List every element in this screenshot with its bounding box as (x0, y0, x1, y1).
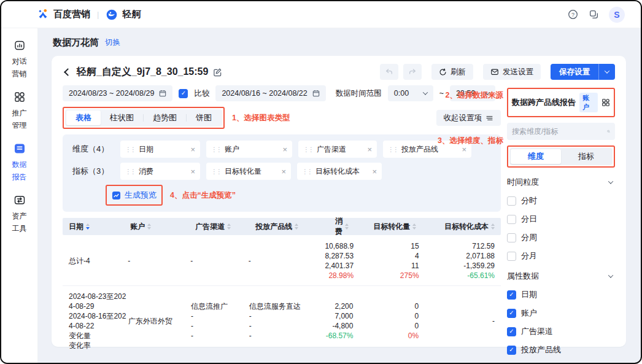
metric-chip[interactable]: ⋮⋮目标转化成本× (297, 163, 382, 180)
table-row-total[interactable]: 总计-4 - - - 10,688.9 8,287.53 2,401.37 28… (63, 235, 501, 286)
option-date[interactable]: ✓日期 (507, 289, 615, 300)
drag-handle-icon[interactable]: ⋮⋮ (388, 146, 398, 153)
section-attribute-data[interactable]: 属性数据 (507, 271, 615, 282)
drag-handle-icon[interactable]: ⋮⋮ (303, 146, 313, 153)
checkbox[interactable] (507, 233, 516, 242)
tab-trend-chart[interactable]: 趋势图 (144, 110, 186, 125)
header-account[interactable]: 账户 (130, 222, 195, 232)
redo-button[interactable] (403, 64, 422, 80)
drag-handle-icon[interactable]: ⋮⋮ (302, 168, 312, 175)
user-avatar[interactable]: S (609, 7, 625, 23)
send-settings-button[interactable]: 发送设置 (483, 64, 541, 80)
header-product-line[interactable]: 投放产品线 (255, 222, 335, 232)
checkbox[interactable] (507, 215, 516, 224)
tab-table[interactable]: 表格 (66, 110, 101, 125)
annotation-step1: 1、选择图表类型 (232, 113, 290, 123)
refresh-button[interactable]: 刷新 (431, 64, 473, 80)
date-range-picker[interactable]: 2024/08/23 ~ 2024/08/29 (63, 85, 172, 101)
tab-pie-chart[interactable]: 饼图 (187, 110, 221, 125)
option-hourly[interactable]: 分时 (507, 195, 615, 206)
right-panel: 数据跨产品线报告 账户 (507, 85, 615, 355)
sort-icon (86, 223, 90, 230)
header-cost[interactable]: 消费 (335, 216, 356, 237)
option-monthly[interactable]: 分月 (507, 250, 615, 261)
generate-preview-button[interactable]: 生成预览 (108, 187, 160, 203)
compare-range-picker[interactable]: 2024/08/16 ~ 2024/08/22 (215, 85, 325, 101)
dimension-metric-highlight-box: 维度 指标 (507, 145, 615, 168)
metric-chip[interactable]: ⋮⋮消费× (120, 163, 200, 180)
metric-chip[interactable]: ⋮⋮目标转化量× (206, 163, 291, 180)
section-time-granularity[interactable]: 时间粒度 (507, 177, 615, 188)
save-settings-button[interactable]: 保存设置 (551, 64, 615, 80)
close-icon[interactable]: × (372, 167, 377, 176)
close-icon[interactable]: × (190, 167, 195, 176)
tab-dimension[interactable]: 维度 (511, 149, 561, 164)
sort-icon (295, 223, 298, 230)
edit-icon[interactable] (213, 68, 222, 77)
collapse-settings-button[interactable]: 收起设置项 (436, 110, 501, 126)
preview-highlight-box: 生成预览 (106, 185, 163, 206)
close-icon[interactable]: × (282, 145, 287, 154)
preview-icon (112, 191, 121, 200)
option-product-line[interactable]: ✓投放产品线 (507, 344, 615, 355)
close-icon[interactable]: × (367, 145, 372, 154)
dimension-chip[interactable]: ⋮⋮账户× (206, 141, 292, 158)
search-box (507, 123, 615, 140)
header-channel[interactable]: 广告渠道 (195, 222, 255, 232)
cell-cost: 10,688.9 8,287.53 2,401.37 28.98% (325, 241, 361, 281)
sidebar-item-data-report[interactable]: 数据 报告 (12, 142, 27, 182)
checkbox-checked[interactable]: ✓ (507, 346, 516, 355)
checkbox-checked[interactable]: ✓ (507, 327, 516, 336)
save-dropdown-caret[interactable] (599, 70, 615, 74)
header-conversions[interactable]: 目标转化量 (356, 222, 423, 232)
svg-text:?: ? (571, 12, 574, 18)
refresh-label: 刷新 (451, 67, 466, 77)
switch-link[interactable]: 切换 (105, 37, 120, 48)
sidebar-item-label: 对话 (12, 56, 27, 66)
option-weekly[interactable]: 分周 (507, 232, 615, 243)
option-daily[interactable]: 分日 (507, 214, 615, 225)
table-row-detail[interactable]: 2024-08-23至2024-08-29 2024-08-16至2024-08… (63, 286, 501, 354)
compare-checkbox[interactable]: ✓ (179, 89, 188, 98)
header-cpa[interactable]: 目标转化成本 (423, 222, 501, 232)
save-settings-label: 保存设置 (551, 67, 598, 77)
header-date[interactable]: 日期 (63, 222, 130, 232)
grid-selector-icon[interactable] (601, 98, 610, 107)
transfer-arrows-icon (14, 194, 26, 209)
sidebar-item-dialog-marketing[interactable]: 对话 营销 (12, 39, 27, 79)
chevron-down-icon (608, 273, 613, 277)
compare-label: 比较 (194, 88, 209, 99)
tab-metric[interactable]: 指标 (561, 149, 611, 164)
drag-handle-icon[interactable]: ⋮⋮ (211, 168, 221, 175)
search-input[interactable] (512, 127, 607, 136)
option-label: 投放产品线 (521, 344, 561, 355)
brand: 百度营销 | 轻舸 (37, 9, 141, 21)
cell-conversions: 15 4 11 275% (361, 241, 426, 281)
close-icon[interactable]: × (190, 145, 195, 154)
checkbox-checked[interactable]: ✓ (507, 309, 516, 318)
help-icon[interactable]: ? (567, 9, 578, 20)
drag-handle-icon[interactable]: ⋮⋮ (125, 146, 135, 153)
dimension-chip[interactable]: ⋮⋮日期× (120, 141, 200, 158)
sort-icon (227, 223, 231, 230)
tab-bar-chart[interactable]: 柱状图 (101, 110, 143, 125)
option-account[interactable]: ✓账户 (507, 308, 615, 319)
undo-button[interactable] (380, 64, 398, 80)
checkbox[interactable] (507, 252, 516, 261)
data-source-selector[interactable]: 数据跨产品线报告 账户 (509, 90, 613, 115)
time-start-select[interactable]: 0:00 (388, 85, 433, 101)
option-label: 分月 (521, 250, 537, 261)
drag-handle-icon[interactable]: ⋮⋮ (125, 168, 135, 175)
checkbox-checked[interactable]: ✓ (507, 290, 516, 300)
close-icon[interactable]: × (281, 167, 286, 176)
checkbox[interactable] (507, 196, 516, 206)
sidebar-item-promotion-management[interactable]: 推广 管理 (12, 91, 27, 130)
back-chevron-icon[interactable] (64, 68, 72, 76)
option-channel[interactable]: ✓广告渠道 (507, 326, 615, 337)
cell-product: 信息流服务直达 - - - (249, 292, 326, 350)
sidebar-item-asset-tools[interactable]: 资产 工具 (12, 194, 27, 233)
drag-handle-icon[interactable]: ⋮⋮ (211, 146, 221, 153)
dimension-chip[interactable]: ⋮⋮广告渠道× (298, 141, 377, 158)
apps-overlap-icon[interactable] (588, 9, 599, 20)
time-start-value: 0:00 (394, 89, 409, 98)
